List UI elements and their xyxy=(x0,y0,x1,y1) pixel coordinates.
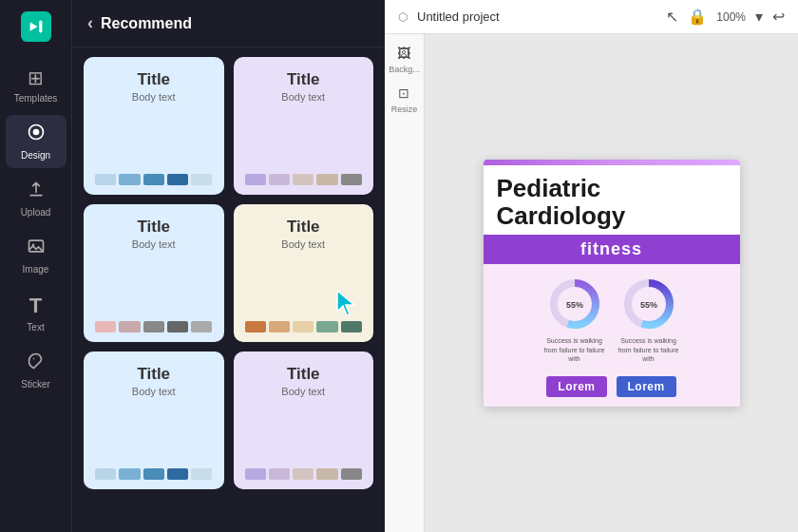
editor-right-panel: 🖼 Backg... ⊡ Resize xyxy=(385,34,425,532)
card1-title: Title xyxy=(95,70,213,89)
resize-tool[interactable]: ⊡ Resize xyxy=(391,82,418,114)
sidebar-item-upload[interactable]: Upload xyxy=(6,172,66,225)
slide-title-line2: Cardiology xyxy=(497,201,626,230)
swatch xyxy=(119,468,140,480)
svg-text:55%: 55% xyxy=(639,300,656,310)
template-grid: Title Body text Title Body text xyxy=(84,57,373,489)
editor-logo-small: ⬡ xyxy=(398,10,408,24)
fitness-label: fitness xyxy=(580,239,642,258)
panel-header: ‹ Recommend xyxy=(72,0,385,48)
resize-label: Resize xyxy=(391,104,418,114)
lorem-badge-1: Lorem xyxy=(546,376,606,397)
sidebar: ⊞ Templates Design Upload Image T Text S… xyxy=(0,0,71,532)
recommend-panel: ‹ Recommend Title Body text xyxy=(71,0,385,532)
panel-title: Recommend xyxy=(101,15,192,32)
sidebar-label-image: Image xyxy=(23,264,49,275)
swatch xyxy=(316,321,337,332)
chart2-caption: Success is walking from failure to failu… xyxy=(617,336,681,362)
sidebar-label-templates: Templates xyxy=(14,93,58,104)
back-button[interactable]: ‹ xyxy=(87,13,93,33)
card5-body: Body text xyxy=(95,386,213,397)
swatch xyxy=(167,468,188,480)
sidebar-item-templates[interactable]: ⊞ Templates xyxy=(6,59,66,111)
swatch xyxy=(245,468,266,480)
swatch xyxy=(293,468,314,480)
zoom-dropdown-icon[interactable]: ▾ xyxy=(755,8,763,26)
swatch xyxy=(341,321,362,332)
swatch xyxy=(95,468,116,480)
card4-title: Title xyxy=(245,218,363,237)
slide-main-title: Pediatric Cardiology xyxy=(497,175,727,229)
lorem-badge-2: Lorem xyxy=(617,376,676,397)
card1-swatches xyxy=(95,174,213,185)
card6-title: Title xyxy=(245,365,363,384)
sidebar-label-upload: Upload xyxy=(21,207,51,218)
resize-icon: ⊡ xyxy=(394,82,413,104)
card4-swatches xyxy=(245,321,363,332)
swatch xyxy=(293,174,314,185)
card2-swatches xyxy=(245,174,363,185)
swatch xyxy=(119,321,140,332)
swatch xyxy=(143,468,164,480)
sidebar-item-sticker[interactable]: Sticker xyxy=(6,344,66,397)
swatch xyxy=(269,468,290,480)
more-options-icon[interactable]: ↩ xyxy=(772,8,785,26)
card2-title: Title xyxy=(245,70,363,89)
template-card-3[interactable]: Title Body text xyxy=(84,204,224,342)
svg-point-3 xyxy=(32,129,39,136)
card5-swatches xyxy=(95,468,213,480)
sidebar-label-text: Text xyxy=(27,322,44,332)
swatch xyxy=(341,468,362,480)
template-card-1[interactable]: Title Body text xyxy=(84,57,224,195)
swatch xyxy=(167,174,188,185)
template-card-2[interactable]: Title Body text xyxy=(234,57,374,195)
swatch xyxy=(293,321,314,332)
card3-swatches xyxy=(95,321,213,332)
editor-area: ⬡ Untitled project ↖ 🔒 100% ▾ ↩ 🖼 Backg.… xyxy=(385,0,798,532)
swatch xyxy=(245,174,266,185)
donut-chart-2: 55% Success is walking from failure to f… xyxy=(617,276,681,362)
zoom-level[interactable]: 100% xyxy=(716,10,746,24)
donut-svg-1: 55% xyxy=(546,276,603,332)
card3-body: Body text xyxy=(95,238,213,250)
cursor-tool-icon[interactable]: ↖ xyxy=(666,8,678,26)
card3-title: Title xyxy=(95,218,213,237)
swatch xyxy=(269,174,290,185)
sticker-icon xyxy=(27,352,46,375)
lorem-bars: Lorem Lorem xyxy=(484,370,740,407)
swatch xyxy=(167,321,188,332)
image-icon xyxy=(27,237,46,260)
sidebar-label-design: Design xyxy=(21,150,50,161)
design-icon xyxy=(27,123,46,146)
card5-title: Title xyxy=(95,365,213,384)
swatch xyxy=(191,174,212,185)
app-logo xyxy=(19,10,53,44)
sidebar-item-text[interactable]: T Text xyxy=(6,286,66,340)
swatch xyxy=(191,468,212,480)
template-card-6[interactable]: Title Body text xyxy=(234,352,374,489)
lock-icon[interactable]: 🔒 xyxy=(688,8,707,26)
donut-svg-2: 55% xyxy=(620,276,677,332)
card2-body: Body text xyxy=(245,91,363,103)
slide-preview: Pediatric Cardiology fitness xyxy=(484,160,740,406)
canvas-area: Pediatric Cardiology fitness xyxy=(425,34,798,532)
template-card-4[interactable]: Title Body text xyxy=(234,204,374,342)
slide-fitness-bar: fitness xyxy=(484,235,740,264)
templates-icon: ⊞ xyxy=(28,66,44,89)
swatch xyxy=(341,174,362,185)
swatch xyxy=(95,321,116,332)
sidebar-label-sticker: Sticker xyxy=(21,379,50,390)
card6-swatches xyxy=(245,468,363,480)
swatch xyxy=(316,468,337,480)
sidebar-item-design[interactable]: Design xyxy=(6,115,66,168)
project-name[interactable]: Untitled project xyxy=(417,10,656,24)
slide-title-line1: Pediatric xyxy=(497,174,601,202)
sidebar-item-image[interactable]: Image xyxy=(6,229,66,282)
svg-rect-1 xyxy=(39,21,42,33)
swatch xyxy=(316,174,337,185)
template-card-5[interactable]: Title Body text xyxy=(84,352,224,489)
background-tool[interactable]: 🖼 Backg... xyxy=(389,42,420,74)
svg-text:55%: 55% xyxy=(565,300,582,310)
text-icon: T xyxy=(29,294,42,318)
svg-point-6 xyxy=(32,358,34,360)
